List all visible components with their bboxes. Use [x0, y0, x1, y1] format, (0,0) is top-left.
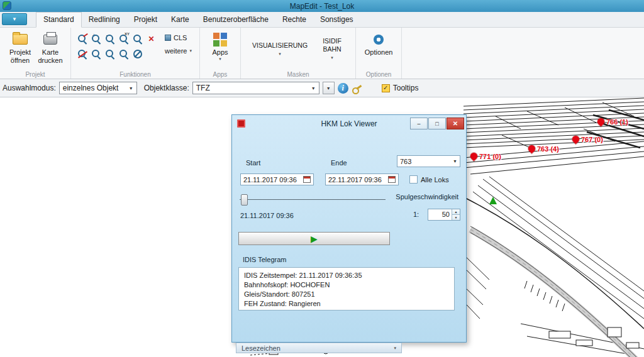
auswahlmodus-select[interactable]: einzelnes Objekt ▼ — [59, 82, 137, 94]
alle-loks-checkbox[interactable]: Alle Loks — [409, 175, 449, 184]
speed-value: 50 — [428, 209, 452, 220]
zoom-in-button[interactable]: + — [90, 33, 102, 45]
dialog-titlebar[interactable]: HKM Lok Viewer – □ ✕ — [232, 115, 466, 132]
map-pin-icon — [469, 151, 479, 162]
start-label: Start — [246, 159, 260, 167]
weitere-button[interactable]: weitere ▾ — [162, 46, 194, 56]
objektklasse-dropdown-button[interactable]: ▼ — [323, 82, 335, 94]
objektklasse-input[interactable]: TFZ ▼ — [192, 82, 319, 94]
zoom-next-icon — [105, 49, 115, 59]
timeline-slider[interactable] — [240, 194, 386, 206]
group-label-funktionen: Funktionen — [71, 71, 199, 78]
hkm-logo-icon — [237, 119, 245, 128]
gear-icon — [374, 35, 384, 45]
tab-karte[interactable]: Karte — [164, 13, 196, 27]
window-title: MapEdit - Test_Lok — [290, 2, 355, 11]
zoom-coordinates-icon — [119, 34, 129, 44]
map-pin-icon — [527, 144, 537, 154]
ribbon: Projekt öffnen Karte drucken Projekt + −… — [0, 28, 644, 79]
position-time-value: 21.11.2017 09:36 — [240, 212, 294, 219]
ende-date-input[interactable]: 22.11.2017 09:36 — [325, 173, 399, 185]
chevron-up-icon: ▲ — [455, 210, 458, 214]
lok-marker-763[interactable]: 763 (4) — [528, 145, 559, 153]
zoom-coordinates-button[interactable]: XY — [118, 33, 130, 45]
tooltips-checkbox[interactable]: ✓ Tooltips — [382, 84, 419, 92]
stepper-down-button[interactable]: ▼ — [452, 215, 460, 220]
zoom-next-button[interactable] — [104, 48, 116, 60]
lok-marker-766[interactable]: 766 (1) — [597, 118, 628, 126]
tab-projekt[interactable]: Projekt — [127, 13, 164, 27]
chevron-down-icon: ▾ — [331, 55, 333, 60]
maximize-button[interactable]: □ — [428, 118, 446, 129]
tab-redlining[interactable]: Redlining — [82, 13, 127, 27]
auswahlmodus-label: Auswahlmodus: — [3, 84, 56, 92]
tab-standard[interactable]: Standard — [36, 12, 82, 28]
play-icon: ▶ — [311, 234, 318, 243]
chevron-down-icon: ▾ — [279, 52, 281, 57]
telegram-line: Bahnhofskopf: HOCHOFEN — [244, 280, 449, 290]
karte-drucken-button[interactable]: Karte drucken — [35, 30, 65, 66]
lok-marker-767[interactable]: 767 (0) — [572, 136, 603, 143]
zoom-previous-icon — [91, 49, 101, 59]
minimize-button[interactable]: – — [410, 118, 428, 129]
group-label-masken: Masken — [241, 71, 355, 78]
apps-button[interactable]: Apps ▾ — [205, 30, 235, 63]
delete-selection-button[interactable]: ✕ — [145, 33, 157, 45]
cancel-action-button[interactable] — [131, 48, 143, 60]
zoom-object-icon — [133, 34, 143, 44]
calendar-icon[interactable] — [303, 176, 311, 183]
hkm-lok-viewer-dialog: HKM Lok Viewer – □ ✕ Start Ende 763 ▼ 21… — [231, 114, 467, 343]
play-button[interactable]: ▶ — [238, 232, 390, 245]
chevron-down-icon: ▼ — [326, 86, 331, 91]
tab-sonstiges[interactable]: Sonstiges — [313, 13, 360, 27]
selection-toolbar: Auswahlmodus: einzelnes Objekt ▼ Objektk… — [0, 79, 644, 97]
tab-benutzeroberflaeche[interactable]: Benutzeroberfläche — [196, 13, 275, 27]
isidif-bahn-button[interactable]: ISIDIF BAHN ▾ — [314, 30, 350, 69]
open-folder-icon — [13, 34, 28, 45]
cls-button[interactable]: CLS — [162, 33, 194, 43]
group-label-apps: Apps — [200, 71, 240, 78]
zoom-previous-button[interactable] — [90, 48, 102, 60]
maximize-icon: □ — [435, 121, 438, 127]
lok-select[interactable]: 763 ▼ — [397, 155, 460, 167]
direction-arrow-icon — [489, 197, 497, 204]
zoom-out-button[interactable]: − — [104, 33, 116, 45]
tooltips-label: Tooltips — [393, 84, 419, 92]
projekt-oeffnen-button[interactable]: Projekt öffnen — [5, 30, 35, 66]
info-button[interactable]: i — [338, 83, 348, 94]
app-icon — [3, 1, 11, 10]
visualisierung-button[interactable]: VISUALISIERUNG ▾ — [246, 30, 314, 69]
chevron-down-icon: ▾ — [189, 48, 192, 53]
zoom-back-button[interactable] — [76, 48, 88, 60]
calendar-icon[interactable] — [388, 176, 396, 183]
map-pin-icon — [596, 117, 606, 127]
circle-slash-icon — [133, 50, 142, 58]
close-icon: ✕ — [453, 120, 458, 127]
ribbon-group-funktionen: + − XY ✕ CLS weitere ▾ — [71, 28, 200, 79]
close-button[interactable]: ✕ — [447, 118, 464, 129]
tab-rechte[interactable]: Rechte — [275, 13, 313, 27]
chevron-down-icon: ▼ — [308, 86, 316, 91]
chevron-down-icon: ▾ — [394, 346, 396, 351]
speed-stepper[interactable]: 50 ▲ ▼ — [428, 209, 460, 221]
zoom-full-icon — [119, 49, 129, 59]
zoom-object-button[interactable] — [131, 33, 143, 45]
file-menu-button[interactable]: ▼ — [2, 13, 27, 25]
minimize-icon: – — [417, 121, 420, 127]
checkbox-unchecked-icon — [409, 175, 418, 184]
stepper-up-button[interactable]: ▲ — [452, 209, 460, 215]
lesezeichen-panel-header[interactable]: Lesezeichen ▾ — [236, 343, 402, 353]
slider-thumb[interactable] — [241, 194, 248, 206]
ende-label: Ende — [331, 159, 347, 167]
map-pin-icon — [571, 135, 581, 145]
zoom-full-button[interactable] — [118, 48, 130, 60]
start-date-input[interactable]: 21.11.2017 09:36 — [240, 173, 314, 185]
lok-marker-771[interactable]: 771 (0) — [470, 153, 501, 160]
optionen-button[interactable]: Optionen — [361, 30, 396, 58]
info-icon: i — [342, 84, 344, 93]
idis-telegram-box: IDIS Zeitstempel: 21.11.2017 09:36:35 Ba… — [238, 267, 455, 310]
zoom-window-button[interactable] — [76, 33, 88, 45]
speed-prefix-label: 1: — [413, 211, 419, 218]
key-button[interactable] — [352, 83, 362, 94]
window-titlebar[interactable]: MapEdit - Test_Lok — [0, 0, 644, 12]
